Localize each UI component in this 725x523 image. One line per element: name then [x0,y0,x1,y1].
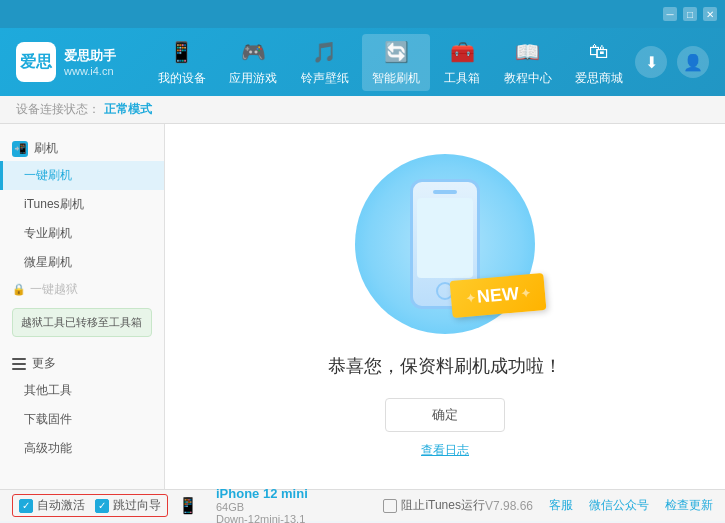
badge-text: NEW [476,283,520,308]
phone-screen [417,198,473,278]
nav-toolbox-label: 工具箱 [444,70,480,87]
sidebar-flash-label: 刷机 [34,140,58,157]
badge-star-right: ✦ [520,286,531,301]
device-storage: 64GB [216,501,308,513]
phone-speaker [433,190,457,194]
header: 爱思 爱思助手 www.i4.cn 📱 我的设备 🎮 应用游戏 🎵 铃声壁纸 🔄… [0,28,725,96]
status-value: 正常模式 [104,101,152,118]
nav-my-device[interactable]: 📱 我的设备 [148,34,216,91]
logo-title: 爱思助手 [64,47,116,65]
version-label: V7.98.66 [485,499,533,513]
user-button[interactable]: 👤 [677,46,709,78]
device-phone-icon: 📱 [178,496,198,515]
nav-tutorial-label: 教程中心 [504,70,552,87]
sidebar-notice: 越狱工具已转移至工具箱 [12,308,152,337]
nav-store-label: 爱思商城 [575,70,623,87]
wechat-link[interactable]: 微信公众号 [589,497,649,514]
stop-itunes-checkbox[interactable] [383,499,397,513]
sidebar: 📲 刷机 一键刷机 iTunes刷机 专业刷机 微星刷机 🔒 一键越狱 越狱工具… [0,124,165,489]
sidebar-locked-jailbreak: 🔒 一键越狱 [0,277,164,302]
download-button[interactable]: ⬇ [635,46,667,78]
badge-star-left: ✦ [465,291,476,306]
logo-icon: 爱思 [20,52,52,73]
auto-activate-checkbox[interactable]: ✓ [19,499,33,513]
nav-tutorial[interactable]: 📖 教程中心 [494,34,562,91]
check-update-link[interactable]: 检查更新 [665,497,713,514]
sidebar-flash-section: 📲 刷机 [0,136,164,161]
nav-smart-store-label: 智能刷机 [372,70,420,87]
nav-wallpaper-label: 铃声壁纸 [301,70,349,87]
sidebar-item-pro-flash[interactable]: 专业刷机 [0,219,164,248]
maximize-button[interactable]: □ [683,7,697,21]
view-daily-link[interactable]: 查看日志 [421,442,469,459]
minimize-button[interactable]: ─ [663,7,677,21]
locked-label: 一键越狱 [30,281,78,298]
phone-illustration: ✦ ✦ ✦ ✦ NEW ✦ [345,154,545,334]
bottom-right: V7.98.66 客服 微信公众号 检查更新 [485,497,713,514]
status-bar: 设备连接状态： 正常模式 [0,96,725,124]
header-right: ⬇ 👤 [635,46,709,78]
auto-activate-item: ✓ 自动激活 [19,497,85,514]
device-model: Down-12mini-13,1 [216,513,308,523]
device-icon: 📱 [168,38,196,66]
close-button[interactable]: ✕ [703,7,717,21]
logo: 爱思 爱思助手 www.i4.cn [16,42,126,82]
nav-apps[interactable]: 🎮 应用游戏 [219,34,287,91]
titlebar: ─ □ ✕ [0,0,725,28]
sidebar-more-label: 更多 [32,355,56,372]
sidebar-more-section: 更多 [0,351,164,376]
status-label: 设备连接状态： [16,101,100,118]
checkbox-area: ✓ 自动激活 ✓ 跳过向导 [12,494,168,517]
lock-icon: 🔒 [12,283,26,296]
store-icon: 🛍 [585,38,613,66]
smart-store-icon: 🔄 [382,38,410,66]
service-link[interactable]: 客服 [549,497,573,514]
sidebar-item-other-tools[interactable]: 其他工具 [0,376,164,405]
skip-wizard-item: ✓ 跳过向导 [95,497,161,514]
sidebar-item-itunes-flash[interactable]: iTunes刷机 [0,190,164,219]
nav-my-device-label: 我的设备 [158,70,206,87]
device-name: iPhone 12 mini [216,486,308,501]
nav-bar: 📱 我的设备 🎮 应用游戏 🎵 铃声壁纸 🔄 智能刷机 🧰 工具箱 📖 教程中心… [146,34,635,91]
new-badge: ✦ NEW ✦ [450,273,547,318]
auto-activate-label: 自动激活 [37,497,85,514]
sparkle-icon-2: ✦ [507,159,520,178]
flash-section-icon: 📲 [12,141,28,157]
confirm-button[interactable]: 确定 [385,398,505,432]
main-area: 📲 刷机 一键刷机 iTunes刷机 专业刷机 微星刷机 🔒 一键越狱 越狱工具… [0,124,725,489]
more-lines-icon [12,358,26,370]
tutorial-icon: 📖 [514,38,542,66]
nav-store[interactable]: 🛍 爱思商城 [565,34,633,91]
sidebar-item-advanced[interactable]: 高级功能 [0,434,164,463]
device-info: iPhone 12 mini 64GB Down-12mini-13,1 [216,486,308,523]
nav-wallpaper[interactable]: 🎵 铃声壁纸 [291,34,359,91]
wallpaper-icon: 🎵 [311,38,339,66]
sparkle-icon-1: ✦ [365,164,378,183]
nav-toolbox[interactable]: 🧰 工具箱 [434,34,490,91]
toolbox-icon: 🧰 [448,38,476,66]
nav-apps-label: 应用游戏 [229,70,277,87]
skip-wizard-label: 跳过向导 [113,497,161,514]
sidebar-item-repair-flash[interactable]: 微星刷机 [0,248,164,277]
stop-itunes-area: 阻止iTunes运行 [375,497,485,514]
apps-icon: 🎮 [239,38,267,66]
bottom-left: ✓ 自动激活 ✓ 跳过向导 📱 iPhone 12 mini 64GB Down… [12,486,375,523]
sidebar-item-one-click-flash[interactable]: 一键刷机 [0,161,164,190]
content-area: ✦ ✦ ✦ ✦ NEW ✦ 恭喜您，保资料刷机成功啦！ 确定 查看日志 [165,124,725,489]
nav-smart-store[interactable]: 🔄 智能刷机 [362,34,430,91]
skip-wizard-checkbox[interactable]: ✓ [95,499,109,513]
bottom-bar: ✓ 自动激活 ✓ 跳过向导 📱 iPhone 12 mini 64GB Down… [0,489,725,521]
logo-site: www.i4.cn [64,65,116,77]
sidebar-item-download-firmware[interactable]: 下载固件 [0,405,164,434]
success-message: 恭喜您，保资料刷机成功啦！ [328,354,562,378]
stop-itunes-label: 阻止iTunes运行 [401,497,485,514]
